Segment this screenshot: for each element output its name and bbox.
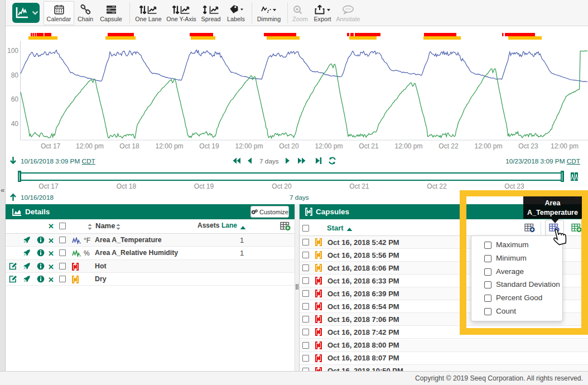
svg-text:12:00 pm: 12:00 pm [235,142,263,150]
svg-text:12:00 pm: 12:00 pm [315,142,343,150]
svg-text:12:00 pm: 12:00 pm [156,142,184,150]
svg-text:Oct 19: Oct 19 [199,142,219,150]
svg-text:Oct 20: Oct 20 [279,142,299,150]
svg-text:Oct 23: Oct 23 [518,142,538,150]
svg-text:12:00 pm: 12:00 pm [474,142,502,150]
svg-text:Oct 21: Oct 21 [359,142,379,150]
svg-text:80: 80 [11,71,19,79]
svg-text:12:00 pm: 12:00 pm [551,142,579,150]
svg-text:100: 100 [7,47,18,55]
svg-text:Oct 22: Oct 22 [438,142,459,150]
svg-text:40: 40 [11,120,19,128]
svg-text:12:00 pm: 12:00 pm [76,142,104,150]
svg-text:60: 60 [11,95,19,103]
svg-text:12:00 pm: 12:00 pm [394,142,422,150]
svg-text:Oct 18: Oct 18 [119,142,139,150]
svg-text:Oct 17: Oct 17 [41,142,61,150]
